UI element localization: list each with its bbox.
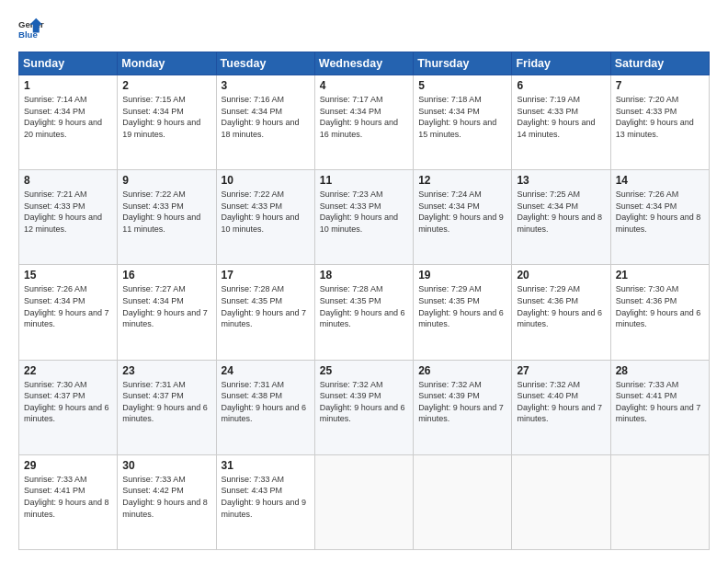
sunset-label: Sunset: 4:38 PM xyxy=(222,391,283,400)
sunrise-label: Sunrise: 7:33 AM xyxy=(24,475,87,484)
day-number: 11 xyxy=(320,174,408,187)
day-info: Sunrise: 7:27 AM Sunset: 4:34 PM Dayligh… xyxy=(122,283,210,329)
day-info: Sunrise: 7:28 AM Sunset: 4:35 PM Dayligh… xyxy=(222,283,310,329)
day-info: Sunrise: 7:26 AM Sunset: 4:34 PM Dayligh… xyxy=(616,189,704,235)
day-number: 3 xyxy=(222,79,310,92)
calendar-cell: 28 Sunrise: 7:33 AM Sunset: 4:41 PM Dayl… xyxy=(610,360,709,454)
sunset-label: Sunset: 4:43 PM xyxy=(222,486,283,495)
day-number: 21 xyxy=(616,269,704,282)
day-info: Sunrise: 7:30 AM Sunset: 4:36 PM Dayligh… xyxy=(616,283,704,329)
calendar-cell: 20 Sunrise: 7:29 AM Sunset: 4:36 PM Dayl… xyxy=(512,265,610,360)
daylight-label: Daylight: 9 hours and 6 minutes. xyxy=(517,308,602,329)
sunrise-label: Sunrise: 7:20 AM xyxy=(616,95,679,104)
day-info: Sunrise: 7:32 AM Sunset: 4:40 PM Dayligh… xyxy=(517,379,605,425)
calendar-cell xyxy=(512,454,610,549)
calendar-cell: 11 Sunrise: 7:23 AM Sunset: 4:33 PM Dayl… xyxy=(314,170,413,265)
sunset-label: Sunset: 4:33 PM xyxy=(222,201,283,211)
day-number: 20 xyxy=(517,269,605,282)
daylight-label: Daylight: 9 hours and 20 minutes. xyxy=(24,118,102,139)
sunrise-label: Sunrise: 7:14 AM xyxy=(24,95,87,104)
daylight-label: Daylight: 9 hours and 6 minutes. xyxy=(616,308,701,329)
sunrise-label: Sunrise: 7:28 AM xyxy=(320,284,383,293)
day-info: Sunrise: 7:24 AM Sunset: 4:34 PM Dayligh… xyxy=(418,189,506,235)
sunset-label: Sunset: 4:34 PM xyxy=(24,296,85,305)
sunrise-label: Sunrise: 7:33 AM xyxy=(122,475,186,484)
sunrise-label: Sunrise: 7:26 AM xyxy=(616,190,679,199)
day-number: 23 xyxy=(122,364,210,377)
sunrise-label: Sunrise: 7:25 AM xyxy=(517,190,580,199)
day-info: Sunrise: 7:16 AM Sunset: 4:34 PM Dayligh… xyxy=(222,94,310,140)
calendar-header-row: SundayMondayTuesdayWednesdayThursdayFrid… xyxy=(19,52,710,75)
sunrise-label: Sunrise: 7:17 AM xyxy=(320,95,383,104)
day-number: 13 xyxy=(517,174,605,187)
sunrise-label: Sunrise: 7:31 AM xyxy=(222,380,285,389)
day-info: Sunrise: 7:33 AM Sunset: 4:41 PM Dayligh… xyxy=(616,379,704,425)
sunset-label: Sunset: 4:40 PM xyxy=(517,391,578,400)
day-number: 15 xyxy=(24,269,112,282)
daylight-label: Daylight: 9 hours and 8 minutes. xyxy=(24,498,109,519)
calendar-cell: 27 Sunrise: 7:32 AM Sunset: 4:40 PM Dayl… xyxy=(512,360,610,454)
calendar-week-3: 15 Sunrise: 7:26 AM Sunset: 4:34 PM Dayl… xyxy=(19,265,710,360)
day-number: 29 xyxy=(24,459,112,472)
day-number: 6 xyxy=(517,79,605,92)
sunset-label: Sunset: 4:33 PM xyxy=(616,107,677,116)
calendar-cell: 31 Sunrise: 7:33 AM Sunset: 4:43 PM Dayl… xyxy=(216,454,314,549)
calendar-cell: 8 Sunrise: 7:21 AM Sunset: 4:33 PM Dayli… xyxy=(19,170,118,265)
daylight-label: Daylight: 9 hours and 19 minutes. xyxy=(122,118,200,139)
day-number: 12 xyxy=(418,174,506,187)
day-number: 31 xyxy=(222,459,310,472)
day-number: 8 xyxy=(24,174,112,187)
daylight-label: Daylight: 9 hours and 8 minutes. xyxy=(616,213,701,234)
day-number: 2 xyxy=(122,79,210,92)
daylight-label: Daylight: 9 hours and 7 minutes. xyxy=(222,308,307,329)
sunrise-label: Sunrise: 7:27 AM xyxy=(122,284,186,293)
day-info: Sunrise: 7:29 AM Sunset: 4:35 PM Dayligh… xyxy=(418,283,506,329)
daylight-label: Daylight: 9 hours and 6 minutes. xyxy=(222,403,307,424)
sunset-label: Sunset: 4:34 PM xyxy=(24,107,85,116)
sunrise-label: Sunrise: 7:33 AM xyxy=(222,475,285,484)
day-info: Sunrise: 7:28 AM Sunset: 4:35 PM Dayligh… xyxy=(320,283,408,329)
sunrise-label: Sunrise: 7:32 AM xyxy=(418,380,482,389)
sunset-label: Sunset: 4:33 PM xyxy=(517,107,578,116)
calendar-cell xyxy=(610,454,709,549)
sunrise-label: Sunrise: 7:31 AM xyxy=(122,380,186,389)
day-header-tuesday: Tuesday xyxy=(216,52,314,75)
day-number: 14 xyxy=(616,174,704,187)
calendar-table: SundayMondayTuesdayWednesdayThursdayFrid… xyxy=(18,52,710,550)
daylight-label: Daylight: 9 hours and 10 minutes. xyxy=(222,213,300,234)
calendar-cell: 15 Sunrise: 7:26 AM Sunset: 4:34 PM Dayl… xyxy=(19,265,118,360)
day-number: 30 xyxy=(122,459,210,472)
day-info: Sunrise: 7:14 AM Sunset: 4:34 PM Dayligh… xyxy=(24,94,112,140)
calendar-cell: 23 Sunrise: 7:31 AM Sunset: 4:37 PM Dayl… xyxy=(118,360,216,454)
day-info: Sunrise: 7:21 AM Sunset: 4:33 PM Dayligh… xyxy=(24,189,112,235)
daylight-label: Daylight: 9 hours and 6 minutes. xyxy=(122,403,208,424)
sunset-label: Sunset: 4:33 PM xyxy=(320,201,381,211)
sunrise-label: Sunrise: 7:24 AM xyxy=(418,190,482,199)
day-info: Sunrise: 7:25 AM Sunset: 4:34 PM Dayligh… xyxy=(517,189,605,235)
calendar-cell: 4 Sunrise: 7:17 AM Sunset: 4:34 PM Dayli… xyxy=(314,75,413,170)
calendar-cell: 26 Sunrise: 7:32 AM Sunset: 4:39 PM Dayl… xyxy=(414,360,512,454)
sunset-label: Sunset: 4:34 PM xyxy=(222,107,283,116)
calendar-cell: 6 Sunrise: 7:19 AM Sunset: 4:33 PM Dayli… xyxy=(512,75,610,170)
day-header-thursday: Thursday xyxy=(414,52,512,75)
sunset-label: Sunset: 4:34 PM xyxy=(418,107,480,116)
day-number: 7 xyxy=(616,79,704,92)
sunset-label: Sunset: 4:35 PM xyxy=(320,296,381,305)
daylight-label: Daylight: 9 hours and 11 minutes. xyxy=(122,213,200,234)
day-info: Sunrise: 7:22 AM Sunset: 4:33 PM Dayligh… xyxy=(122,189,210,235)
day-header-saturday: Saturday xyxy=(610,52,709,75)
sunset-label: Sunset: 4:41 PM xyxy=(616,391,677,400)
day-number: 16 xyxy=(122,269,210,282)
sunrise-label: Sunrise: 7:28 AM xyxy=(222,284,285,293)
sunrise-label: Sunrise: 7:32 AM xyxy=(320,380,383,389)
calendar-cell: 5 Sunrise: 7:18 AM Sunset: 4:34 PM Dayli… xyxy=(414,75,512,170)
calendar-cell: 10 Sunrise: 7:22 AM Sunset: 4:33 PM Dayl… xyxy=(216,170,314,265)
calendar-cell: 13 Sunrise: 7:25 AM Sunset: 4:34 PM Dayl… xyxy=(512,170,610,265)
day-number: 5 xyxy=(418,79,506,92)
calendar-week-1: 1 Sunrise: 7:14 AM Sunset: 4:34 PM Dayli… xyxy=(19,75,710,170)
calendar-cell: 1 Sunrise: 7:14 AM Sunset: 4:34 PM Dayli… xyxy=(19,75,118,170)
page-header: General Blue xyxy=(18,17,710,42)
calendar-cell: 30 Sunrise: 7:33 AM Sunset: 4:42 PM Dayl… xyxy=(118,454,216,549)
sunset-label: Sunset: 4:37 PM xyxy=(24,391,85,400)
sunset-label: Sunset: 4:36 PM xyxy=(616,296,677,305)
